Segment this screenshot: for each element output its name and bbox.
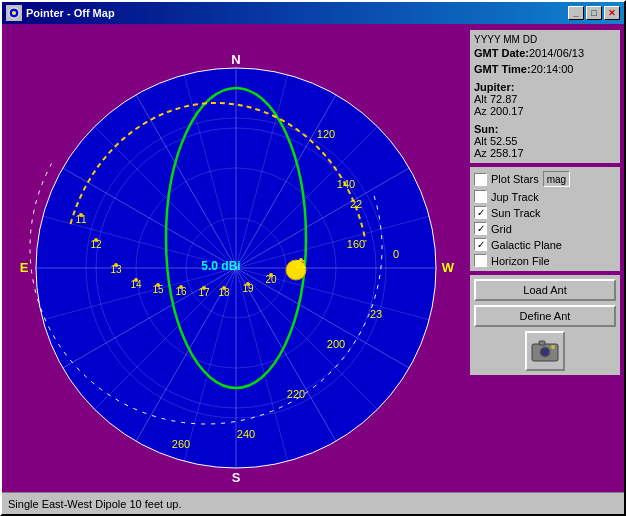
sky-canvas[interactable] [16,28,456,488]
checkboxes-section: Plot Stars mag Jup Track ✓ Sun Track ✓ G… [470,167,620,271]
sun-track-checkbox[interactable]: ✓ [474,206,487,219]
load-ant-button[interactable]: Load Ant [474,279,616,301]
galactic-plane-row: ✓ Galactic Plane [474,238,616,251]
horizon-file-label: Horizon File [491,255,550,267]
minimize-button[interactable]: _ [568,6,584,20]
jupiter-alt: Alt 72.87 [474,93,616,105]
horizon-file-row: Horizon File [474,254,616,267]
sun-track-row: ✓ Sun Track [474,206,616,219]
title-bar: Pointer - Off Map _ □ ✕ [2,2,624,24]
svg-rect-5 [539,341,545,345]
date-format-label: YYYY MM DD [474,34,616,45]
grid-label: Grid [491,223,512,235]
sun-name: Sun: [474,123,616,135]
sun-az: Az 258.17 [474,147,616,159]
gmt-time-row: GMT Time:20:14:00 [474,63,616,75]
sky-map-container [6,28,466,488]
close-button[interactable]: ✕ [604,6,620,20]
horizon-file-checkbox[interactable] [474,254,487,267]
define-ant-button[interactable]: Define Ant [474,305,616,327]
window-controls: _ □ ✕ [568,6,620,20]
svg-point-1 [12,11,16,15]
app-icon [6,5,22,21]
sun-info: Sun: Alt 52.55 Az 258.17 [474,123,616,159]
right-panel: YYYY MM DD GMT Date:2014/06/13 GMT Time:… [470,28,620,488]
grid-row: ✓ Grid [474,222,616,235]
sun-track-label: Sun Track [491,207,541,219]
galactic-plane-label: Galactic Plane [491,239,562,251]
gmt-date-label: GMT Date: [474,47,529,59]
jup-track-checkbox[interactable] [474,190,487,203]
jup-track-label: Jup Track [491,191,539,203]
jupiter-info: Jupiter: Alt 72.87 Az 200.17 [474,81,616,117]
gmt-date-value: 2014/06/13 [529,47,584,59]
plot-stars-checkbox[interactable] [474,173,487,186]
jupiter-name: Jupiter: [474,81,616,93]
datetime-section: YYYY MM DD GMT Date:2014/06/13 GMT Time:… [470,30,620,163]
maximize-button[interactable]: □ [586,6,602,20]
camera-button[interactable] [525,331,565,371]
sky-map [16,28,456,488]
svg-point-6 [551,345,555,349]
svg-point-4 [542,349,548,355]
galactic-plane-checkbox[interactable]: ✓ [474,238,487,251]
buttons-section: Load Ant Define Ant [470,275,620,375]
status-text: Single East-West Dipole 10 feet up. [8,498,181,510]
status-bar: Single East-West Dipole 10 feet up. [2,492,624,514]
sun-alt: Alt 52.55 [474,135,616,147]
gmt-date-row: GMT Date:2014/06/13 [474,47,616,59]
content-area: YYYY MM DD GMT Date:2014/06/13 GMT Time:… [2,24,624,492]
gmt-time-label: GMT Time: [474,63,531,75]
camera-icon [531,339,559,363]
plot-stars-label: Plot Stars [491,173,539,185]
main-window: Pointer - Off Map _ □ ✕ YYYY MM DD GMT D… [0,0,626,516]
window-title: Pointer - Off Map [26,7,568,19]
grid-checkbox[interactable]: ✓ [474,222,487,235]
jupiter-az: Az 200.17 [474,105,616,117]
mag-button[interactable]: mag [543,171,570,187]
jup-track-row: Jup Track [474,190,616,203]
plot-stars-row: Plot Stars mag [474,171,616,187]
gmt-time-value: 20:14:00 [531,63,574,75]
